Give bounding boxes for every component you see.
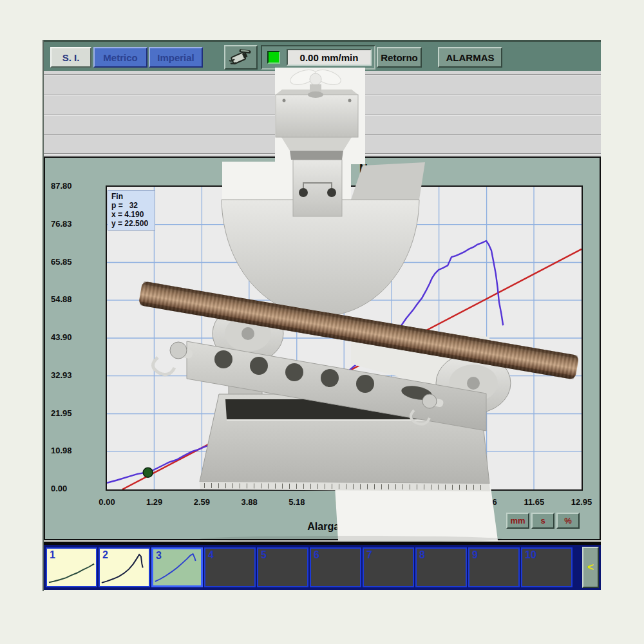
info-box-title: Fin <box>111 192 155 201</box>
y-tick-label: 0.00 <box>51 484 87 493</box>
unit-mm-button[interactable]: mm <box>506 513 529 529</box>
thumbnail-number: 6 <box>314 549 319 561</box>
test-thumbnail-10[interactable]: 10 <box>521 547 573 587</box>
info-box-line: y = 22.500 <box>111 219 155 228</box>
info-box-line: p = 32 <box>111 201 155 210</box>
page-background: S. I. Metrico Imperial <box>0 0 644 644</box>
chart-panel: N 87.8076.8365.8554.8843.9032.9321.9510.… <box>44 156 601 540</box>
unit-percent-button[interactable]: % <box>556 513 580 529</box>
info-box-line: x = 4.190 <box>111 210 155 219</box>
row-separator <box>44 95 601 96</box>
status-led <box>267 51 280 64</box>
x-tick-label: 12.95 <box>567 497 596 507</box>
y-tick-label: 43.90 <box>51 332 87 342</box>
axis-unit-toggle-group: mm s % <box>506 513 580 529</box>
app-window: S. I. Metrico Imperial <box>44 40 601 591</box>
y-tick-label: 76.83 <box>51 219 87 229</box>
test-thumbnail-5[interactable]: 5 <box>257 547 308 587</box>
x-tick-label: 6.47 <box>330 497 359 507</box>
connector-button[interactable] <box>224 45 258 70</box>
x-tick-label: 9.06 <box>425 497 453 507</box>
y-tick-label: 21.95 <box>51 408 87 418</box>
alarmas-button[interactable]: ALARMAS <box>438 47 502 68</box>
test-thumbnail-7[interactable]: 7 <box>363 547 414 587</box>
test-thumbnail-8[interactable]: 8 <box>415 547 467 587</box>
cursor-info-box: Fin p = 32 x = 4.190 y = 22.500 <box>108 190 155 231</box>
thumbnail-curve <box>100 549 149 586</box>
retorno-button[interactable]: Retorno <box>377 47 422 68</box>
thumbnail-number: 4 <box>208 549 214 561</box>
test-thumbnail-4[interactable]: 4 <box>204 547 256 587</box>
row-separator <box>44 134 601 135</box>
thumbnail-number: 7 <box>366 549 372 561</box>
data-rows-area <box>44 71 601 156</box>
toolbar: S. I. Metrico Imperial <box>44 40 601 71</box>
y-axis-unit-label: N <box>359 162 368 176</box>
thumbnail-number: 8 <box>419 549 425 561</box>
x-tick-label: 5.18 <box>283 497 311 507</box>
thumbnail-curve <box>153 549 201 585</box>
speed-display: 0.00 mm/min <box>287 49 372 66</box>
thumbnail-number: 10 <box>525 549 536 561</box>
thumbnail-number: 9 <box>472 549 478 561</box>
row-separator <box>44 115 601 116</box>
thumbnail-curve <box>47 549 96 586</box>
imperial-unit-button[interactable]: Imperial <box>149 47 203 68</box>
thumbnail-number: 5 <box>261 549 267 561</box>
x-tick-label: 11.65 <box>520 497 548 507</box>
x-tick-label: 10.36 <box>473 497 501 507</box>
x-tick-label: 0.00 <box>93 497 121 507</box>
y-tick-label: 65.85 <box>51 257 87 267</box>
y-tick-label: 32.93 <box>51 370 87 380</box>
row-separator <box>44 74 601 75</box>
x-tick-label: 3.88 <box>235 497 263 507</box>
status-panel: 0.00 mm/min <box>261 45 375 70</box>
test-thumbnails-strip: 12345678910< <box>44 542 601 590</box>
x-axis-title: Alargamiento % <box>251 521 444 533</box>
thumbnails-scroll-left-button[interactable]: < <box>582 547 599 588</box>
test-thumbnail-1[interactable]: 1 <box>46 547 97 587</box>
x-tick-label: 2.59 <box>187 497 216 507</box>
y-tick-label: 10.98 <box>51 446 87 455</box>
metrico-unit-button[interactable]: Metrico <box>93 47 147 68</box>
unit-s-button[interactable]: s <box>531 513 554 529</box>
si-unit-button[interactable]: S. I. <box>50 47 91 68</box>
test-thumbnail-6[interactable]: 6 <box>310 547 361 587</box>
x-tick-label: 1.29 <box>140 497 169 507</box>
plug-connector-icon <box>228 48 254 68</box>
y-tick-label: 87.80 <box>51 181 87 191</box>
x-tick-label: 7.77 <box>377 497 406 507</box>
test-thumbnail-9[interactable]: 9 <box>468 547 520 587</box>
row-separator <box>44 153 601 155</box>
test-thumbnail-3[interactable]: 3 <box>151 547 203 587</box>
test-thumbnail-2[interactable]: 2 <box>99 547 150 587</box>
plot-area[interactable] <box>106 185 583 491</box>
y-tick-label: 54.88 <box>51 294 87 304</box>
